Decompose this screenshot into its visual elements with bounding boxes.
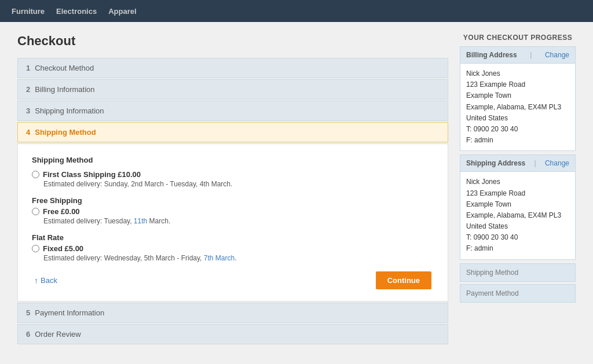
step-2: 2 Billing Information <box>17 79 448 100</box>
back-arrow-icon: ↑ <box>34 276 38 285</box>
step-2-label: Billing Information <box>35 85 94 94</box>
shipping-estimate-free-highlight: 11th <box>134 217 147 225</box>
shipping-label-flat[interactable]: Fixed £5.00 <box>43 244 83 253</box>
shipping-addr-line-5: T: 0900 20 30 40 <box>466 232 569 243</box>
top-navigation: Furniture Electronics Apparel <box>0 0 593 22</box>
shipping-addr-line-4: United States <box>466 221 569 232</box>
billing-line-2: Example Town <box>466 90 569 101</box>
sidebar-shipping-separator: | <box>532 159 539 167</box>
shipping-addr-line-6: F: admin <box>466 243 569 254</box>
sidebar-shipping-section: Shipping Address | Change Nick Jones 123… <box>460 155 576 259</box>
shipping-estimate-flat-highlight: 7th March <box>204 254 235 262</box>
billing-line-6: F: admin <box>466 135 569 146</box>
back-label: Back <box>41 276 57 285</box>
shipping-radio-row-free: Free £0.00 <box>32 207 434 216</box>
page-title: Checkout <box>17 34 448 49</box>
shipping-group-flat-title: Flat Rate <box>32 233 434 242</box>
nav-furniture[interactable]: Furniture <box>12 7 45 16</box>
action-row: ↑ Back Continue <box>32 271 434 289</box>
sidebar-billing-section: Billing Address | Change Nick Jones 123 … <box>460 46 576 151</box>
sidebar-shipping-header: Shipping Address | Change <box>460 155 576 172</box>
sidebar-shipping-address: Nick Jones 123 Example Road Example Town… <box>460 172 576 259</box>
nav-electronics[interactable]: Electronics <box>56 7 97 16</box>
shipping-addr-line-0: Nick Jones <box>466 177 569 187</box>
sidebar-shipping-title: Shipping Address <box>466 159 525 167</box>
nav-apparel[interactable]: Apparel <box>108 7 136 16</box>
sidebar-shipping-change[interactable]: Change <box>545 159 569 167</box>
sidebar-billing-separator: | <box>528 51 534 59</box>
billing-line-0: Nick Jones <box>466 68 569 79</box>
billing-line-5: T: 0900 20 30 40 <box>466 124 569 135</box>
shipping-radio-free[interactable] <box>32 208 39 215</box>
sidebar-billing-address: Nick Jones 123 Example Road Example Town… <box>460 64 576 151</box>
shipping-group-flat: Flat Rate Fixed £5.00 Estimated delivery… <box>32 233 434 262</box>
shipping-label-free[interactable]: Free £0.00 <box>43 207 80 216</box>
step-1: 1 Checkout Method <box>17 58 448 78</box>
step-6-label: Order Review <box>35 330 80 339</box>
shipping-group-free: Free Shipping Free £0.00 Estimated deliv… <box>32 196 434 225</box>
shipping-addr-line-1: 123 Example Road <box>466 188 569 199</box>
step-1-label: Checkout Method <box>35 64 94 72</box>
step-6-number: 6 <box>26 330 30 339</box>
shipping-radio-first-class[interactable] <box>32 171 39 178</box>
shipping-method-title: Shipping Method <box>32 156 434 164</box>
step-3-label: Shipping Information <box>35 106 104 115</box>
checkout-main: Checkout 1 Checkout Method 2 Billing Inf… <box>17 34 448 345</box>
sidebar-shipping-method: Shipping Method <box>460 263 576 282</box>
step-1-number: 1 <box>26 64 30 72</box>
step-5: 5 Payment Information <box>17 303 448 323</box>
sidebar-billing-header: Billing Address | Change <box>460 46 576 64</box>
step-3: 3 Shipping Information <box>17 101 448 121</box>
step-5-number: 5 <box>26 308 30 317</box>
step-4-active: 4 Shipping Method <box>17 122 448 142</box>
back-link[interactable]: ↑ Back <box>34 276 57 285</box>
continue-button[interactable]: Continue <box>376 271 431 289</box>
step-2-number: 2 <box>26 85 30 94</box>
step-6: 6 Order Review <box>17 324 448 344</box>
shipping-label-first-class[interactable]: First Class Shipping £10.00 <box>43 170 141 179</box>
shipping-radio-row-first-class: First Class Shipping £10.00 <box>32 170 434 179</box>
step-3-number: 3 <box>26 106 30 115</box>
sidebar-progress-title: YOUR CHECKOUT PROGRESS <box>460 34 576 42</box>
shipping-group-free-title: Free Shipping <box>32 196 434 205</box>
shipping-radio-row-flat: Fixed £5.00 <box>32 244 434 253</box>
shipping-radio-flat[interactable] <box>32 245 39 252</box>
shipping-addr-line-3: Example, Alabama, EX4M PL3 <box>466 210 569 221</box>
shipping-group-first-class: First Class Shipping £10.00 Estimated de… <box>32 170 434 188</box>
main-container: Checkout 1 Checkout Method 2 Billing Inf… <box>0 22 593 357</box>
step-4-label: Shipping Method <box>35 128 96 137</box>
sidebar-payment-method: Payment Method <box>460 284 576 303</box>
shipping-panel: Shipping Method First Class Shipping £10… <box>17 144 448 302</box>
shipping-estimate-first-class: Estimated delivery: Sunday, 2nd March - … <box>43 180 434 188</box>
checkout-sidebar: YOUR CHECKOUT PROGRESS Billing Address |… <box>460 34 576 345</box>
sidebar-billing-title: Billing Address <box>466 51 517 59</box>
shipping-estimate-free: Estimated delivery: Tuesday, 11th March. <box>43 217 434 225</box>
billing-line-3: Example, Alabama, EX4M PL3 <box>466 102 569 113</box>
step-4-number: 4 <box>26 128 30 137</box>
billing-line-4: United States <box>466 113 569 124</box>
shipping-estimate-flat: Estimated delivery: Wednesday, 5th March… <box>43 254 434 262</box>
shipping-addr-line-2: Example Town <box>466 199 569 210</box>
step-5-label: Payment Information <box>35 308 104 317</box>
sidebar-billing-change[interactable]: Change <box>545 51 569 59</box>
billing-line-1: 123 Example Road <box>466 79 569 90</box>
